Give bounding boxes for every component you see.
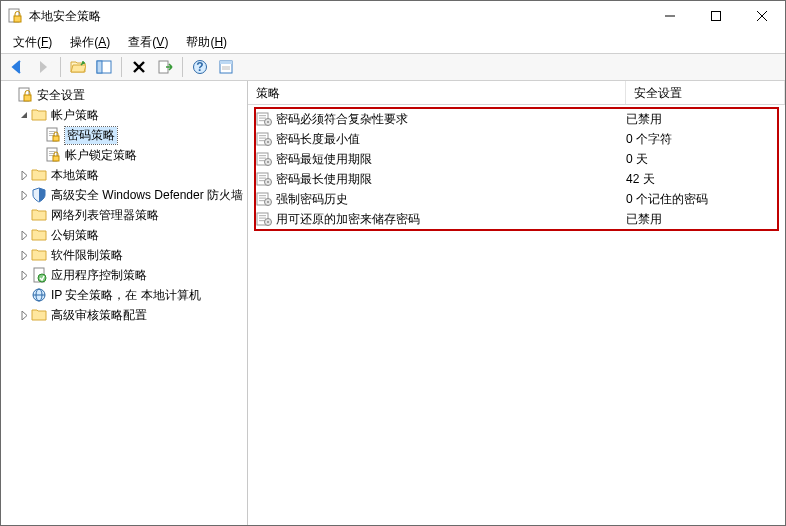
column-header-policy[interactable]: 策略 [248,81,626,104]
policy-folder-icon [45,127,61,143]
expander-closed-icon[interactable] [17,248,31,262]
back-button[interactable] [5,56,29,78]
expander-closed-icon[interactable] [17,168,31,182]
tree-audit[interactable]: 高级审核策略配置 [3,305,245,325]
export-button[interactable] [153,56,177,78]
close-button[interactable] [739,1,785,31]
tree-account-policy[interactable]: 帐户策略 [3,105,245,125]
tree-password-policy[interactable]: 密码策略 [3,125,245,145]
list-header: 策略 安全设置 [248,81,785,105]
svg-rect-23 [97,61,102,73]
security-root-icon [17,87,33,103]
menu-file[interactable]: 文件(F) [5,32,60,53]
policy-row[interactable]: 密码最短使用期限0 天 [252,149,781,169]
svg-text:?: ? [196,60,203,74]
delete-button[interactable] [127,56,151,78]
forward-button[interactable] [31,56,55,78]
policy-item-icon [256,211,272,227]
tree-lockout-policy[interactable]: 帐户锁定策略 [3,145,245,165]
menu-action[interactable]: 操作(A) [62,32,118,53]
show-hide-tree-button[interactable] [92,56,116,78]
expander-open-icon[interactable] [17,108,31,122]
up-button[interactable] [66,56,90,78]
green-doc-icon [31,267,47,283]
expander-closed-icon[interactable] [17,188,31,202]
policy-name: 密码长度最小值 [276,131,360,148]
tree-root-security[interactable]: 安全设置 [3,85,245,105]
shield-icon [31,187,47,203]
toolbar-divider [182,57,183,77]
policy-row[interactable]: 密码长度最小值0 个字符 [252,129,781,149]
policy-name: 密码必须符合复杂性要求 [276,111,408,128]
tree-local-policy[interactable]: 本地策略 [3,165,245,185]
policy-item-icon [256,191,272,207]
list-pane: 策略 安全设置 密码必须符合复杂性要求已禁用密码长度最小值0 个字符密码最短使用… [248,81,785,525]
policy-row[interactable]: 用可还原的加密来储存密码已禁用 [252,209,781,229]
policy-value: 已禁用 [622,211,781,228]
folder-icon [31,107,47,123]
minimize-button[interactable] [647,1,693,31]
properties-button[interactable] [214,56,238,78]
app-icon [7,8,23,24]
tree-network-list[interactable]: 网络列表管理器策略 [3,205,245,225]
folder-icon [31,207,47,223]
maximize-button[interactable] [693,1,739,31]
toolbar-divider [121,57,122,77]
menu-help[interactable]: 帮助(H) [178,32,235,53]
tree-defender[interactable]: 高级安全 Windows Defender 防火墙 [3,185,245,205]
policy-name: 强制密码历史 [276,191,348,208]
column-header-setting[interactable]: 安全设置 [626,81,785,104]
folder-icon [31,247,47,263]
tree-public-key[interactable]: 公钥策略 [3,225,245,245]
policy-value: 0 个记住的密码 [622,191,781,208]
policy-value: 0 天 [622,151,781,168]
globe-icon [31,287,47,303]
policy-name: 用可还原的加密来储存密码 [276,211,420,228]
policy-name: 密码最短使用期限 [276,151,372,168]
policy-item-icon [256,131,272,147]
expander-closed-icon[interactable] [17,308,31,322]
policy-folder-icon [45,147,61,163]
folder-icon [31,307,47,323]
folder-icon [31,227,47,243]
policy-item-icon [256,111,272,127]
tree-software-restriction[interactable]: 软件限制策略 [3,245,245,265]
window-title: 本地安全策略 [29,8,647,25]
titlebar: 本地安全策略 [1,1,785,31]
policy-row[interactable]: 密码必须符合复杂性要求已禁用 [252,109,781,129]
policy-name: 密码最长使用期限 [276,171,372,188]
policy-item-icon [256,151,272,167]
toolbar-divider [60,57,61,77]
policy-value: 42 天 [622,171,781,188]
tree-ip-security[interactable]: IP 安全策略，在 本地计算机 [3,285,245,305]
policy-value: 已禁用 [622,111,781,128]
expander-closed-icon[interactable] [17,228,31,242]
tree-app-control[interactable]: 应用程序控制策略 [3,265,245,285]
policy-row[interactable]: 强制密码历史0 个记住的密码 [252,189,781,209]
help-button[interactable]: ? [188,56,212,78]
policy-item-icon [256,171,272,187]
folder-icon [31,167,47,183]
expander-closed-icon[interactable] [17,268,31,282]
toolbar: ? [1,53,785,81]
policy-row[interactable]: 密码最长使用期限42 天 [252,169,781,189]
menu-view[interactable]: 查看(V) [120,32,176,53]
tree-pane[interactable]: 安全设置 帐户策略 密码策略 帐户锁定策略 本地策略 [1,81,248,525]
content-area: 安全设置 帐户策略 密码策略 帐户锁定策略 本地策略 [1,81,785,525]
svg-rect-19 [712,12,721,21]
menubar: 文件(F) 操作(A) 查看(V) 帮助(H) [1,31,785,53]
policy-value: 0 个字符 [622,131,781,148]
list-body[interactable]: 密码必须符合复杂性要求已禁用密码长度最小值0 个字符密码最短使用期限0 天密码最… [248,105,785,525]
svg-rect-30 [220,61,232,64]
